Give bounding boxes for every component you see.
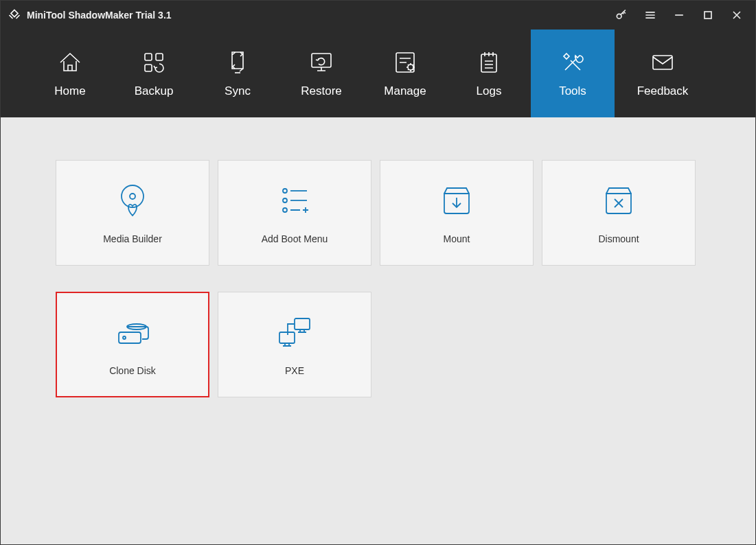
svg-rect-2 [145,54,152,60]
nav-sync[interactable]: Sync [196,30,279,117]
tools-icon [559,49,586,76]
restore-icon [308,49,335,76]
key-icon[interactable] [607,1,636,30]
svg-rect-9 [653,56,672,69]
app-window: MiniTool ShadowMaker Trial 3.1 Home [0,0,756,545]
nav-home[interactable]: Home [28,30,112,117]
tool-add-boot-menu[interactable]: Add Boot Menu [218,160,371,266]
nav-label: Feedback [637,84,689,98]
pxe-icon [275,313,314,351]
nav-restore[interactable]: Restore [279,30,363,117]
nav-feedback[interactable]: Feedback [615,30,711,117]
app-title: MiniTool ShadowMaker Trial 3.1 [27,10,172,21]
feedback-icon [649,49,676,76]
tool-label: Add Boot Menu [262,233,328,244]
maximize-button[interactable] [694,1,722,30]
nav-label: Restore [301,84,342,98]
tool-label: Dismount [598,233,639,244]
tool-grid: Media Builder Add Boot Menu Mount Dismou… [56,160,701,397]
close-button[interactable] [722,1,751,30]
nav-label: Home [54,84,85,98]
main-nav: Home Backup Sync Restore Manage [1,30,755,117]
svg-rect-3 [156,54,163,60]
svg-point-12 [283,189,287,193]
logs-icon [475,49,503,76]
nav-label: Manage [384,84,426,98]
tool-label: Media Builder [103,233,162,244]
nav-label: Backup [135,84,174,98]
svg-point-14 [283,208,287,212]
svg-rect-1 [705,12,711,19]
tools-panel: Media Builder Add Boot Menu Mount Dismou… [1,117,755,544]
svg-rect-18 [295,318,310,329]
sync-icon [224,49,251,76]
clone-disk-icon [113,313,152,351]
svg-point-11 [130,194,135,199]
svg-point-10 [122,185,144,207]
tool-label: Mount [444,233,470,244]
nav-label: Tools [559,84,586,98]
tool-pxe[interactable]: PXE [218,292,371,397]
svg-rect-19 [279,332,295,343]
box-down-icon [437,181,476,220]
manage-icon [391,49,419,76]
svg-point-0 [617,14,621,19]
svg-point-7 [408,65,413,70]
list-plus-icon [275,181,314,220]
backup-icon [140,49,168,76]
app-logo-icon [8,8,21,22]
tool-label: Clone Disk [109,365,156,376]
tool-label: PXE [285,365,304,376]
svg-rect-4 [145,65,152,71]
home-icon [56,49,84,76]
svg-rect-8 [481,54,496,72]
tool-mount[interactable]: Mount [380,160,534,266]
nav-manage[interactable]: Manage [363,30,447,117]
nav-label: Sync [225,84,251,98]
menu-icon[interactable] [636,1,665,30]
minimize-button[interactable] [665,1,694,30]
nav-tools[interactable]: Tools [531,30,615,117]
tool-media-builder[interactable]: Media Builder [56,160,209,266]
box-x-icon [599,181,638,220]
tool-clone-disk[interactable]: Clone Disk [56,292,209,397]
tool-dismount[interactable]: Dismount [542,160,696,266]
nav-label: Logs [477,84,502,98]
disc-flame-icon [113,181,152,220]
nav-backup[interactable]: Backup [112,30,196,117]
svg-point-16 [123,336,126,339]
svg-rect-15 [119,332,141,343]
svg-point-13 [283,198,287,202]
titlebar: MiniTool ShadowMaker Trial 3.1 [1,1,755,30]
nav-logs[interactable]: Logs [447,30,531,117]
